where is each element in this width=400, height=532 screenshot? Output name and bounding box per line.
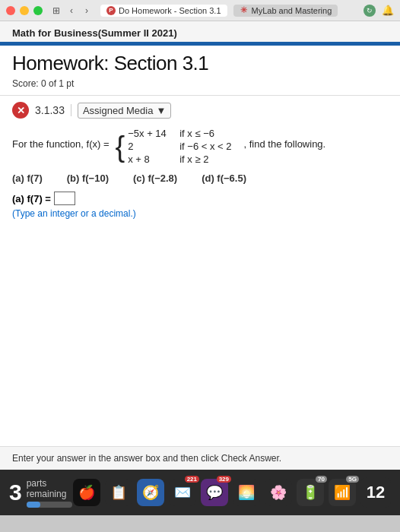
dock-safari[interactable]: 🧭 xyxy=(137,479,164,506)
tile-icon[interactable]: ⊞ xyxy=(50,5,62,17)
brace-container: { −5x + 14 if x ≤ −6 2 if −6 < x < 2 x +… xyxy=(116,128,232,165)
signal-icon: 📶 xyxy=(334,484,351,501)
brace-symbol: { xyxy=(116,132,125,161)
battery-badge: 70 xyxy=(316,476,327,483)
piecewise-expr-1: −5x + 14 xyxy=(128,128,173,139)
main-content: Math for Business(Summer II 2021) Homewo… xyxy=(0,21,400,470)
signal-badge: 5G xyxy=(346,476,359,483)
minimize-button[interactable] xyxy=(20,6,29,15)
tab-homework-label: Do Homework - Section 3.1 xyxy=(119,6,221,15)
part-d-label: (d) f(−6.5) xyxy=(202,173,246,184)
answer-line: (a) f(7) = xyxy=(12,192,388,205)
dock-photos[interactable]: 🌅 xyxy=(233,479,260,506)
dock-mail[interactable]: ✉️ 221 xyxy=(169,479,196,506)
page-header: Math for Business(Summer II 2021) xyxy=(0,21,400,43)
progress-bar-container xyxy=(27,502,72,508)
tab-bar: P Do Homework - Section 3.1 ✳ MyLab and … xyxy=(100,5,363,17)
forward-button[interactable]: › xyxy=(81,5,93,17)
photos-icon: 🌅 xyxy=(238,484,255,501)
tab-mylab-label: MyLab and Mastering xyxy=(252,6,332,15)
part-b-label: (b) f(−10) xyxy=(67,173,109,184)
find-text: , find the following. xyxy=(238,128,326,150)
calendar-date: 12 xyxy=(367,483,385,502)
pearson-icon: P xyxy=(106,6,116,15)
launchpad-icon: 📋 xyxy=(110,484,127,501)
answer-section: (a) f(7) = (Type an integer or a decimal… xyxy=(12,192,388,219)
window-controls: ⊞ ‹ › xyxy=(50,5,93,17)
finder-icon: 🍎 xyxy=(78,484,95,501)
piecewise-expr-3: x + 8 xyxy=(128,154,173,165)
instruction-text: Enter your answer in the answer box and … xyxy=(12,453,281,464)
parts-row: (a) f(7) (b) f(−10) (c) f(−2.8) (d) f(−6… xyxy=(12,173,388,184)
answer-hint: (Type an integer or a decimal.) xyxy=(12,208,388,219)
footer-bar: 3 parts remaining 🍎 📋 🧭 ✉️ 221 💬 329 � xyxy=(0,470,400,515)
dock-battery[interactable]: 🔋 70 xyxy=(297,479,324,506)
close-button[interactable] xyxy=(6,6,15,15)
problem-area: ✕ 3.1.33 Assigned Media ▼ For the functi… xyxy=(0,96,400,446)
homework-title: Homework: Section 3.1 xyxy=(12,52,388,75)
piecewise-rows: −5x + 14 if x ≤ −6 2 if −6 < x < 2 x + 8… xyxy=(128,128,231,165)
bottom-instruction: Enter your answer in the answer box and … xyxy=(0,446,400,470)
parts-remaining: 3 parts remaining xyxy=(9,478,72,508)
tab-homework[interactable]: P Do Homework - Section 3.1 xyxy=(100,5,227,17)
title-bar: ⊞ ‹ › P Do Homework - Section 3.1 ✳ MyLa… xyxy=(0,0,400,21)
answer-label: (a) f(7) = xyxy=(12,193,51,204)
part-c-label: (c) f(−2.8) xyxy=(133,173,177,184)
piecewise-cond-3: if x ≥ 2 xyxy=(179,154,208,165)
sync-icon[interactable]: ↻ xyxy=(363,5,376,17)
answer-input[interactable] xyxy=(54,192,75,205)
mylab-icon: ✳ xyxy=(240,6,249,15)
dock-finder[interactable]: 🍎 xyxy=(73,479,100,506)
app2-icon: 🌸 xyxy=(270,484,287,501)
dock: 🍎 📋 🧭 ✉️ 221 💬 329 🌅 🌸 🔋 70 📶 5G xyxy=(73,477,391,508)
dock-app2[interactable]: 🌸 xyxy=(265,479,292,506)
progress-bar-fill xyxy=(27,502,40,508)
mail-badge: 221 xyxy=(185,476,199,483)
piecewise-row-3: x + 8 if x ≥ 2 xyxy=(128,154,231,165)
dock-launchpad[interactable]: 📋 xyxy=(105,479,132,506)
messages-icon: 💬 xyxy=(206,484,223,501)
piecewise-cond-2: if −6 < x < 2 xyxy=(179,141,231,152)
mail-icon: ✉️ xyxy=(174,484,191,501)
problem-intro: For the function, f(x) = xyxy=(12,128,110,150)
assigned-media-label: Assigned Media xyxy=(83,105,154,116)
wrong-icon: ✕ xyxy=(12,102,29,119)
part-a-label: (a) f(7) xyxy=(12,173,43,184)
notification-icon[interactable]: 🔔 xyxy=(382,5,394,16)
piecewise-row-1: −5x + 14 if x ≤ −6 xyxy=(128,128,231,139)
parts-label: parts xyxy=(27,478,72,489)
problem-header: ✕ 3.1.33 Assigned Media ▼ xyxy=(12,102,388,119)
piecewise-cond-1: if x ≤ −6 xyxy=(179,128,214,139)
dropdown-arrow-icon: ▼ xyxy=(156,105,166,116)
piecewise-expr-2: 2 xyxy=(128,141,173,152)
remaining-label: remaining xyxy=(27,489,72,499)
course-title: Math for Business(Summer II 2021) xyxy=(12,27,388,39)
dock-calendar[interactable]: 12 xyxy=(360,477,391,508)
fullscreen-button[interactable] xyxy=(33,6,43,15)
tab-mylab[interactable]: ✳ MyLab and Mastering xyxy=(233,5,338,17)
dock-signal[interactable]: 📶 5G xyxy=(329,479,356,506)
dock-messages[interactable]: 💬 329 xyxy=(201,479,228,506)
parts-count: 3 xyxy=(9,480,22,505)
parts-text: parts remaining xyxy=(27,478,72,508)
homework-header: Homework: Section 3.1 Score: 0 of 1 pt xyxy=(0,46,400,96)
battery-icon: 🔋 xyxy=(302,484,319,501)
assigned-media-button[interactable]: Assigned Media ▼ xyxy=(78,103,171,119)
score-label: Score: 0 of 1 pt xyxy=(12,78,388,89)
back-button[interactable]: ‹ xyxy=(65,5,78,17)
piecewise-row-2: 2 if −6 < x < 2 xyxy=(128,141,231,152)
function-definition: For the function, f(x) = { −5x + 14 if x… xyxy=(12,128,388,165)
traffic-lights xyxy=(6,6,43,15)
messages-badge: 329 xyxy=(217,476,231,483)
safari-icon: 🧭 xyxy=(142,484,159,501)
problem-number: 3.1.33 xyxy=(35,104,71,116)
top-right-icons: ↻ 🔔 xyxy=(363,5,394,17)
